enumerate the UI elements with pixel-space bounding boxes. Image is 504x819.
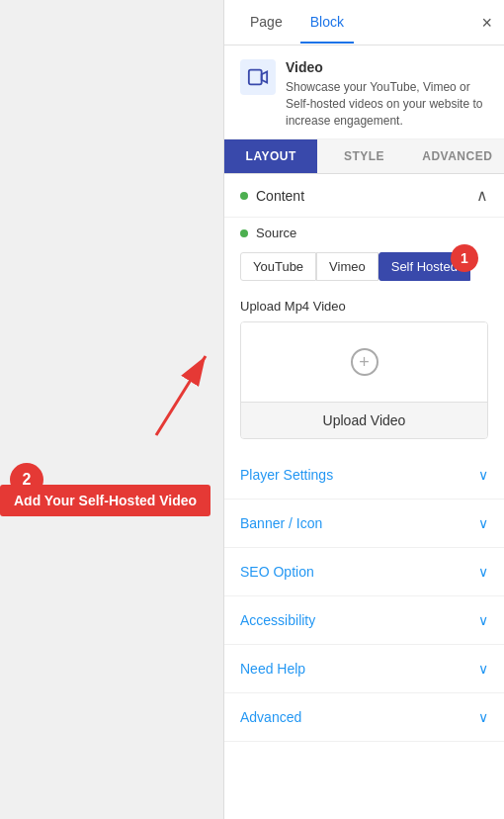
upload-area[interactable]: + (241, 322, 487, 402)
badge-2: 2 (10, 463, 43, 497)
green-dot (240, 192, 248, 200)
banner-icon-section: Banner / Icon ∨ (224, 500, 504, 548)
block-info: Video Showcase your YouTube, Vimeo or Se… (224, 46, 504, 139)
content-label: Content (256, 188, 304, 204)
advanced-header[interactable]: Advanced ∨ (224, 693, 504, 741)
content-toggle-icon: ∧ (476, 186, 488, 205)
accessibility-chevron: ∨ (478, 612, 488, 628)
subtab-style[interactable]: STYLE (317, 139, 410, 173)
accessibility-section: Accessibility ∨ (224, 596, 504, 645)
source-vimeo-button[interactable]: Vimeo (316, 252, 378, 281)
content-section-header[interactable]: Content ∧ (224, 174, 504, 218)
source-self-hosted-wrap: Self Hosted 1 (378, 252, 470, 281)
banner-icon-header[interactable]: Banner / Icon ∨ (224, 500, 504, 547)
need-help-header[interactable]: Need Help ∨ (224, 645, 504, 692)
source-label: Source (256, 226, 296, 240)
source-buttons: YouTube Vimeo Self Hosted 1 (224, 248, 504, 291)
banner-icon-label: Banner / Icon (240, 515, 322, 531)
content-area: Content ∧ Source YouTube Vimeo Self Host… (224, 174, 504, 819)
source-youtube-button[interactable]: YouTube (240, 252, 316, 281)
seo-option-label: SEO Option (240, 564, 314, 580)
need-help-chevron: ∨ (478, 661, 488, 677)
video-icon-wrap (240, 59, 276, 95)
badge-1: 1 (451, 244, 478, 272)
upload-video-button[interactable]: Upload Video (241, 402, 487, 438)
subtab-advanced[interactable]: ADVANCED (411, 139, 504, 173)
upload-section: Upload Mp4 Video + Upload Video (224, 291, 504, 451)
need-help-label: Need Help (240, 661, 305, 677)
seo-option-section: SEO Option ∨ (224, 548, 504, 596)
advanced-label: Advanced (240, 709, 301, 725)
subtabs-row: LAYOUT STYLE ADVANCED (224, 139, 504, 174)
subtab-layout[interactable]: LAYOUT (224, 139, 317, 173)
need-help-section: Need Help ∨ (224, 645, 504, 693)
svg-rect-2 (249, 70, 262, 85)
content-section-left: Content (240, 188, 304, 204)
right-panel: Page Block × Video Showcase your YouTube… (223, 0, 504, 819)
player-settings-label: Player Settings (240, 467, 333, 483)
block-description: Showcase your YouTube, Vimeo or Self-hos… (286, 79, 488, 129)
banner-icon-chevron: ∨ (478, 515, 488, 531)
player-settings-chevron: ∨ (478, 467, 488, 483)
block-title: Video (286, 59, 488, 75)
close-button[interactable]: × (481, 14, 492, 32)
seo-option-header[interactable]: SEO Option ∨ (224, 548, 504, 595)
block-info-text: Video Showcase your YouTube, Vimeo or Se… (286, 59, 488, 129)
tab-page[interactable]: Page (240, 2, 293, 44)
accessibility-label: Accessibility (240, 612, 315, 628)
seo-option-chevron: ∨ (478, 564, 488, 580)
accessibility-header[interactable]: Accessibility ∨ (224, 596, 504, 644)
advanced-section: Advanced ∨ (224, 693, 504, 742)
source-dot (240, 229, 248, 237)
upload-box: + Upload Video (240, 321, 488, 439)
upload-label: Upload Mp4 Video (240, 299, 488, 314)
player-settings-section: Player Settings ∨ (224, 451, 504, 500)
advanced-chevron: ∨ (478, 709, 488, 725)
main-tabs: Page Block × (224, 0, 504, 46)
video-icon (247, 66, 269, 88)
player-settings-header[interactable]: Player Settings ∨ (224, 451, 504, 499)
tab-block[interactable]: Block (300, 2, 354, 44)
plus-circle-icon: + (351, 348, 378, 376)
left-panel: 2 Add Your Self-Hosted Video (0, 0, 223, 819)
